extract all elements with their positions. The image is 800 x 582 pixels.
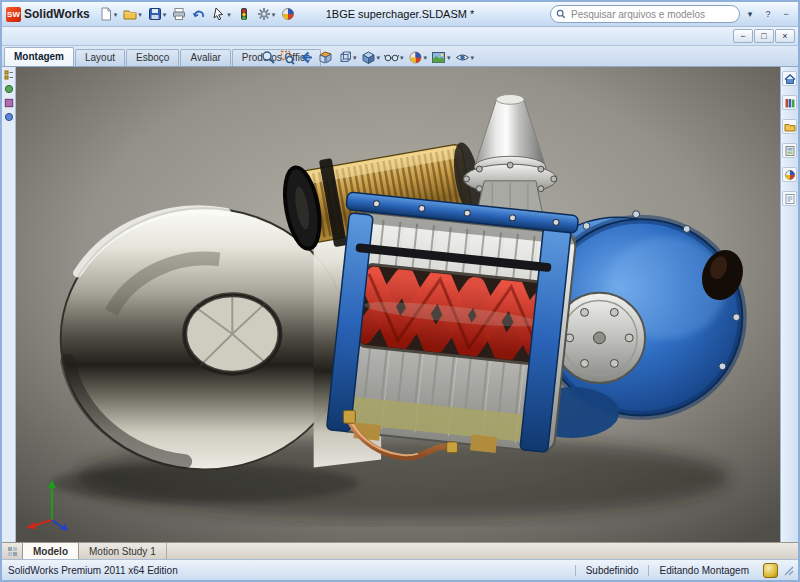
print-icon	[172, 7, 186, 21]
headsup-view-toolbar: ▾ ▾ ▾ ▾ ▾ ▾	[260, 48, 475, 66]
undo-button[interactable]	[190, 5, 208, 23]
help-button[interactable]: ?	[760, 6, 776, 22]
chevron-down-icon: ▾	[377, 54, 381, 61]
app-name: SolidWorks	[24, 7, 90, 21]
constraint-status: Subdefinido	[575, 565, 649, 576]
properties-form-icon	[784, 193, 796, 205]
status-bar: SolidWorks Premium 2011 x64 Edition Subd…	[2, 559, 798, 580]
collapse-icon: −	[783, 9, 788, 19]
view-orientation-cube-icon	[337, 50, 352, 65]
minimize-button[interactable]: −	[733, 29, 753, 43]
tab-list-icon	[7, 546, 18, 557]
undo-icon	[192, 7, 206, 21]
palette-icon	[784, 145, 796, 157]
tab-esboco[interactable]: Esboço	[126, 49, 179, 66]
search-input[interactable]	[569, 8, 734, 21]
edition-label: SolidWorks Premium 2011 x64 Edition	[8, 565, 575, 576]
tab-scroll-button[interactable]	[2, 543, 22, 559]
chevron-down-icon: ▾	[471, 54, 475, 61]
chevron-down-icon: ▾	[272, 11, 276, 18]
apply-scene-button[interactable]: ▾	[430, 48, 452, 66]
section-view-button[interactable]	[317, 48, 334, 66]
hide-show-items-button[interactable]: ▾	[383, 48, 405, 66]
options-button[interactable]: ▾	[255, 5, 278, 23]
search-options-button[interactable]: ▾	[742, 6, 758, 22]
configurationmanager-icon[interactable]	[4, 98, 14, 108]
supercharger-3d-model[interactable]	[16, 67, 780, 542]
titlebar: SW SolidWorks ▾ ▾ ▾ ▾ ▾	[2, 2, 798, 27]
section-view-icon	[318, 50, 333, 65]
chevron-down-icon: ▾	[227, 11, 231, 18]
gear-icon	[257, 7, 271, 21]
task-pane	[780, 67, 798, 542]
rebuild-button[interactable]	[235, 5, 253, 23]
books-icon	[784, 97, 796, 109]
solidworks-logo-icon: SW	[6, 7, 21, 22]
restore-button[interactable]: □	[754, 29, 774, 43]
displaymanager-icon[interactable]	[4, 112, 14, 122]
custom-properties-button[interactable]	[782, 191, 797, 206]
propertymanager-icon[interactable]	[4, 84, 14, 94]
zoom-to-fit-icon	[261, 50, 276, 65]
view-orientation-button[interactable]: ▾	[336, 48, 358, 66]
chevron-down-icon: ▾	[114, 11, 118, 18]
tab-motion-study-1[interactable]: Motion Study 1	[79, 543, 167, 559]
close-button[interactable]: ×	[775, 29, 795, 43]
edit-color-button[interactable]	[279, 5, 297, 23]
appearances-scenes-button[interactable]	[782, 167, 797, 182]
chevron-down-icon: ▾	[163, 11, 167, 18]
display-style-button[interactable]: ▾	[360, 48, 382, 66]
new-document-icon	[99, 7, 113, 21]
tab-layout[interactable]: Layout	[75, 49, 125, 66]
search-icon[interactable]	[556, 9, 566, 19]
appearance-ball-icon	[784, 169, 796, 181]
view-settings-eye-icon	[455, 50, 470, 65]
view-settings-button[interactable]: ▾	[454, 48, 476, 66]
main-area	[2, 67, 798, 542]
solidworks-resources-button[interactable]	[782, 71, 797, 86]
save-button[interactable]: ▾	[146, 5, 169, 23]
chevron-down-icon: ▾	[424, 54, 428, 61]
print-button[interactable]	[170, 5, 188, 23]
display-style-cube-icon	[361, 50, 376, 65]
solidworks-window: SW SolidWorks ▾ ▾ ▾ ▾ ▾	[0, 0, 800, 582]
resize-grip-icon	[782, 564, 794, 576]
featuremanager-icon[interactable]	[4, 70, 14, 80]
status-indicator-icon	[763, 563, 778, 578]
view-palette-button[interactable]	[782, 143, 797, 158]
file-explorer-button[interactable]	[782, 119, 797, 134]
open-folder-icon	[123, 7, 137, 21]
resize-grip[interactable]	[782, 564, 794, 576]
open-button[interactable]: ▾	[121, 5, 144, 23]
chevron-down-icon: ▾	[447, 54, 451, 61]
model-tab-bar: Modelo Motion Study 1	[2, 542, 798, 559]
tab-modelo[interactable]: Modelo	[22, 543, 79, 559]
search-box	[550, 5, 740, 23]
app-logo: SW SolidWorks	[6, 7, 90, 22]
orientation-triad	[24, 476, 76, 532]
select-button[interactable]: ▾	[210, 5, 233, 23]
tab-avaliar[interactable]: Avaliar	[180, 49, 230, 66]
editing-mode-status: Editando Montagem	[648, 565, 759, 576]
scene-icon	[431, 50, 446, 65]
folder-icon	[784, 121, 796, 133]
previous-view-button[interactable]	[298, 48, 315, 66]
menu-row: − □ ×	[2, 27, 798, 46]
chevron-down-icon: ▾	[748, 9, 753, 19]
select-cursor-icon	[212, 7, 226, 21]
zoom-to-area-button[interactable]	[279, 48, 296, 66]
new-document-button[interactable]: ▾	[97, 5, 120, 23]
graphics-area	[16, 67, 780, 542]
collapse-menu-button[interactable]: −	[778, 6, 794, 22]
chevron-down-icon: ▾	[400, 54, 404, 61]
save-icon	[148, 7, 162, 21]
zoom-to-fit-button[interactable]	[260, 48, 277, 66]
color-ball-icon	[281, 7, 295, 21]
tab-montagem[interactable]: Montagem	[4, 47, 74, 66]
design-library-button[interactable]	[782, 95, 797, 110]
edit-appearance-button[interactable]: ▾	[407, 48, 429, 66]
zoom-to-area-icon	[280, 50, 295, 65]
rebuild-traffic-light-icon	[237, 7, 251, 21]
help-icon: ?	[765, 9, 770, 19]
appearance-ball-icon	[408, 50, 423, 65]
